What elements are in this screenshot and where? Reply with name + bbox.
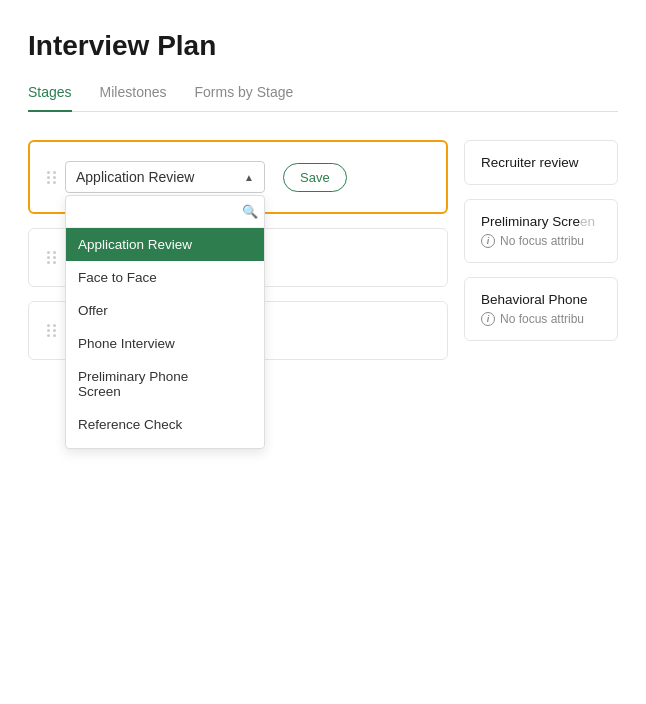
dropdown-search-bar: 🔍: [66, 196, 264, 228]
tab-stages[interactable]: Stages: [28, 84, 72, 112]
dropdown-arrow-icon: ▲: [244, 172, 254, 183]
info-icon-2: i: [481, 234, 495, 248]
stage-dropdown-container: Application Review ▲ Save 🔍: [65, 161, 347, 193]
right-column: Recruiter review Preliminary Screen i No…: [464, 140, 618, 374]
drag-handle[interactable]: [47, 171, 57, 184]
dropdown-panel: 🔍 Application Review Face to Face Offer …: [65, 195, 265, 449]
page-title: Interview Plan: [28, 30, 618, 62]
left-column: Application Review ▲ Save 🔍: [28, 140, 448, 374]
dropdown-list: Application Review Face to Face Offer Ph…: [66, 228, 264, 448]
main-layout: Application Review ▲ Save 🔍: [28, 140, 618, 374]
dropdown-item-technical-screening[interactable]: Technical Screening: [66, 441, 264, 448]
dropdown-item-preliminary-phone[interactable]: Preliminary PhoneScreen: [66, 360, 264, 408]
right-card-sub-3: i No focus attribu: [481, 312, 601, 326]
dropdown-item-offer[interactable]: Offer: [66, 294, 264, 327]
dropdown-search-input[interactable]: [72, 200, 242, 223]
right-card-recruiter-review: Recruiter review: [464, 140, 618, 185]
stage-dropdown-trigger[interactable]: Application Review ▲: [65, 161, 265, 193]
tab-forms-by-stage[interactable]: Forms by Stage: [195, 84, 294, 112]
search-icon: 🔍: [242, 204, 258, 219]
dropdown-item-reference-check[interactable]: Reference Check: [66, 408, 264, 441]
right-card-preliminary-screen: Preliminary Screen i No focus attribu: [464, 199, 618, 263]
right-card-title-1: Recruiter review: [481, 155, 601, 170]
drag-handle-3[interactable]: [47, 324, 57, 337]
save-button[interactable]: Save: [283, 163, 347, 192]
right-card-behavioral-phone: Behavioral Phone i No focus attribu: [464, 277, 618, 341]
right-card-title-3: Behavioral Phone: [481, 292, 601, 307]
tab-milestones[interactable]: Milestones: [100, 84, 167, 112]
info-icon-3: i: [481, 312, 495, 326]
dropdown-item-phone-interview[interactable]: Phone Interview: [66, 327, 264, 360]
dropdown-item-face-to-face[interactable]: Face to Face: [66, 261, 264, 294]
drag-handle-2[interactable]: [47, 251, 57, 264]
right-card-sub-2: i No focus attribu: [481, 234, 601, 248]
tab-bar: Stages Milestones Forms by Stage: [28, 84, 618, 112]
right-card-title-2: Preliminary Screen: [481, 214, 601, 229]
stage-header-row: Application Review ▲ Save 🔍: [47, 161, 429, 193]
dropdown-item-application-review[interactable]: Application Review: [66, 228, 264, 261]
stage-application-review: Application Review ▲ Save 🔍: [28, 140, 448, 214]
dropdown-selected-value: Application Review: [76, 169, 194, 185]
